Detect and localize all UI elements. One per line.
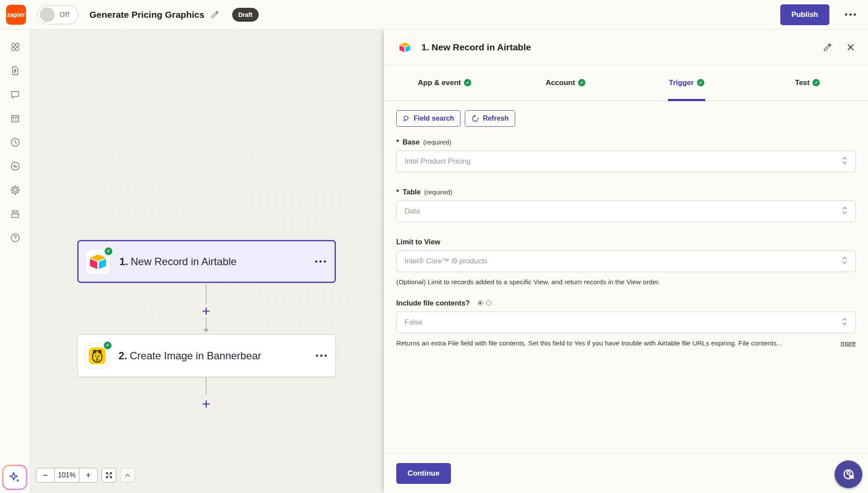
limit-to-view-helper: (Optional) Limit to records added to a s… [396, 278, 856, 286]
panel-body: Field search Refresh * Base (required) I… [384, 101, 868, 453]
step-node-airtable[interactable]: 1.New Record in Airtable [77, 240, 336, 283]
close-panel-icon[interactable] [845, 42, 856, 53]
connector-line [206, 377, 207, 394]
calendar-icon[interactable] [9, 112, 21, 124]
include-file-contents-label: Include file contents? [396, 299, 856, 307]
step-config-tabs: App & event Account Trigger Test [384, 65, 868, 101]
limit-to-view-select[interactable]: Intel® Core™ i9 products [396, 250, 856, 272]
connector-line [206, 284, 207, 303]
tab-test[interactable]: Test [747, 65, 868, 100]
zap-on-off-toggle[interactable]: Off [37, 5, 78, 24]
step-complete-check-icon [103, 341, 112, 350]
tables-icon[interactable] [9, 208, 21, 220]
tab-app-event[interactable]: App & event [384, 65, 505, 100]
feedback-widget-button[interactable] [835, 460, 862, 488]
field-search-button[interactable]: Field search [396, 110, 460, 127]
publish-button[interactable]: Publish [780, 4, 829, 25]
zap-templates-icon[interactable] [9, 65, 21, 76]
feedback-icon [841, 467, 856, 482]
top-bar: zapier Off Generate Pricing Graphics Dra… [0, 0, 868, 30]
panel-title: 1. New Record in Airtable [421, 42, 531, 53]
table-field-label: * Table (required) [396, 188, 856, 196]
more-link[interactable]: more [841, 339, 856, 347]
monitoring-icon[interactable] [9, 160, 21, 172]
left-sidebar [0, 30, 30, 493]
select-chevrons-icon [842, 317, 848, 328]
continue-button[interactable]: Continue [396, 463, 451, 484]
table-select[interactable]: Data [396, 200, 856, 222]
tab-complete-check-icon [697, 79, 704, 86]
zoom-level: 101% [55, 468, 79, 482]
airtable-app-icon [85, 249, 111, 274]
limit-to-view-label: Limit to View [396, 238, 856, 246]
settings-gear-icon[interactable] [9, 184, 21, 196]
apps-grid-icon[interactable] [9, 41, 21, 53]
tab-complete-check-icon [578, 79, 585, 86]
add-step-button[interactable] [200, 398, 212, 410]
step-title: 1.New Record in Airtable [119, 256, 237, 268]
airtable-app-icon-small [396, 39, 414, 56]
chat-icon[interactable] [9, 89, 21, 100]
zoom-toolbar: 101% [36, 468, 135, 483]
include-file-contents-helper: Returns an extra File field with file co… [396, 339, 836, 347]
panel-header: 1. New Record in Airtable [384, 30, 868, 65]
panel-footer: Continue [384, 453, 868, 493]
add-step-button[interactable] [200, 305, 212, 317]
tab-complete-check-icon [812, 79, 820, 86]
bannerbear-app-icon [85, 343, 110, 368]
zapier-logo[interactable]: zapier [6, 5, 26, 25]
tab-complete-check-icon [464, 79, 471, 86]
refresh-button[interactable]: Refresh [465, 110, 515, 127]
status-badge: Draft [232, 8, 259, 22]
field-type-radio-icons[interactable] [478, 300, 491, 306]
history-icon[interactable] [9, 136, 21, 148]
zoom-in-button[interactable] [79, 468, 97, 482]
step-config-panel: 1. New Record in Airtable App & event Ac… [384, 30, 868, 493]
zap-title: Generate Pricing Graphics [89, 10, 204, 20]
select-chevrons-icon [842, 206, 848, 217]
sparkle-icon [8, 471, 21, 484]
base-select[interactable]: Intel Product Pricing [396, 151, 856, 172]
step-node-bannerbear[interactable]: 2.Create Image in Bannerbear [77, 334, 336, 377]
edit-title-icon[interactable] [210, 10, 220, 20]
toggle-knob[interactable] [40, 7, 55, 22]
more-options-icon[interactable] [842, 11, 858, 18]
connector-line [206, 318, 207, 329]
zapier-logo-text: zapier [7, 11, 25, 18]
connector-arrow [204, 329, 209, 332]
base-field-label: * Base (required) [396, 138, 856, 146]
select-chevrons-icon [842, 156, 848, 167]
search-icon [403, 115, 410, 122]
zoom-out-button[interactable] [36, 468, 55, 482]
step-complete-check-icon [104, 246, 113, 256]
select-chevrons-icon [842, 256, 848, 267]
zap-canvas[interactable]: 1.New Record in Airtable 2.Create Image … [30, 30, 384, 493]
toggle-label: Off [59, 11, 69, 19]
ai-copilot-button[interactable] [2, 465, 27, 490]
step-menu-icon[interactable] [313, 257, 328, 266]
include-file-contents-select[interactable]: False [396, 312, 856, 333]
rename-step-icon[interactable] [822, 42, 832, 53]
collapse-toolbar-button[interactable] [120, 468, 135, 483]
help-icon[interactable] [9, 232, 21, 243]
tab-account[interactable]: Account [505, 65, 626, 100]
step-title: 2.Create Image in Bannerbear [118, 350, 261, 362]
refresh-icon [471, 115, 479, 122]
step-menu-icon[interactable] [314, 351, 329, 360]
tab-trigger[interactable]: Trigger [626, 65, 747, 100]
fit-to-screen-button[interactable] [102, 468, 116, 483]
